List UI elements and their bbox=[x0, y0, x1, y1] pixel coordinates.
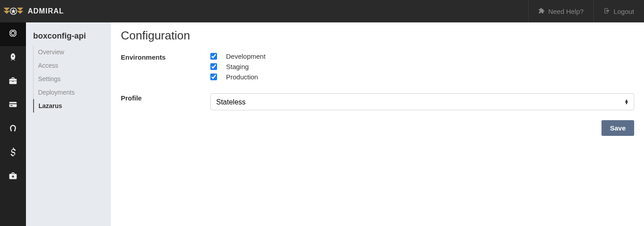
env-staging-label[interactable]: Staging bbox=[226, 63, 249, 70]
sidebar-list: Overview Access Settings Deployments Laz… bbox=[26, 45, 111, 113]
iconbar-briefcase[interactable] bbox=[0, 70, 26, 94]
actions-row: Save bbox=[121, 120, 634, 136]
horseshoe-icon bbox=[9, 124, 17, 135]
brand-title: ADMIRAL bbox=[28, 7, 64, 15]
iconbar-target[interactable] bbox=[0, 22, 26, 46]
iconbar bbox=[0, 22, 26, 226]
topbar-right: Need Help? Logout bbox=[528, 0, 644, 22]
topbar-left: ADMIRAL bbox=[0, 7, 64, 16]
svg-marker-2 bbox=[17, 8, 23, 11]
sidebar-item-deployments[interactable]: Deployments bbox=[33, 86, 111, 99]
environments-label: Environments bbox=[121, 52, 210, 61]
medkit-icon bbox=[9, 171, 17, 183]
rocket-icon bbox=[9, 52, 17, 64]
target-icon bbox=[9, 29, 17, 40]
env-staging-checkbox[interactable] bbox=[210, 63, 217, 70]
admiral-logo-icon bbox=[4, 7, 23, 16]
main-content: Configuration Environments Development S… bbox=[111, 22, 644, 226]
svg-marker-0 bbox=[4, 8, 10, 11]
svg-marker-1 bbox=[4, 11, 10, 14]
sidebar-item-settings[interactable]: Settings bbox=[33, 72, 111, 86]
logout-icon bbox=[604, 8, 610, 15]
iconbar-medkit[interactable] bbox=[0, 165, 26, 189]
profile-label: Profile bbox=[121, 93, 210, 102]
need-help-label: Need Help? bbox=[548, 8, 584, 15]
page-title: Configuration bbox=[121, 29, 634, 43]
iconbar-card[interactable] bbox=[0, 94, 26, 117]
sidebar-item-overview[interactable]: Overview bbox=[33, 45, 111, 59]
logout-label: Logout bbox=[614, 8, 634, 15]
sidebar-title: boxconfig-api bbox=[26, 30, 111, 45]
dollar-icon bbox=[9, 148, 17, 159]
env-production-checkbox[interactable] bbox=[210, 74, 217, 80]
iconbar-dollar[interactable] bbox=[0, 141, 26, 165]
env-development-label[interactable]: Development bbox=[226, 52, 265, 60]
env-development-row: Development bbox=[210, 52, 634, 60]
card-icon bbox=[9, 100, 17, 111]
env-production-label[interactable]: Production bbox=[226, 73, 258, 81]
profile-select-wrap: Stateless ▲▼ bbox=[210, 93, 634, 110]
iconbar-horseshoe[interactable] bbox=[0, 117, 26, 141]
env-staging-row: Staging bbox=[210, 63, 634, 70]
briefcase-icon bbox=[9, 76, 17, 87]
sidebar-item-access[interactable]: Access bbox=[33, 59, 111, 72]
profile-control: Stateless ▲▼ bbox=[210, 93, 634, 110]
environments-control: Development Staging Production bbox=[210, 52, 634, 83]
puzzle-icon bbox=[538, 8, 545, 15]
need-help-link[interactable]: Need Help? bbox=[528, 0, 593, 22]
environments-row: Environments Development Staging Product… bbox=[121, 52, 634, 83]
iconbar-rocket[interactable] bbox=[0, 46, 26, 70]
logout-link[interactable]: Logout bbox=[593, 0, 644, 22]
sidebar-item-lazarus[interactable]: Lazarus bbox=[33, 99, 111, 113]
profile-row: Profile Stateless ▲▼ bbox=[121, 93, 634, 110]
svg-marker-3 bbox=[17, 11, 23, 14]
profile-select[interactable]: Stateless bbox=[210, 93, 634, 110]
sidebar: boxconfig-api Overview Access Settings D… bbox=[26, 22, 111, 226]
env-development-checkbox[interactable] bbox=[210, 53, 217, 60]
topbar: ADMIRAL Need Help? Logout bbox=[0, 0, 644, 22]
env-production-row: Production bbox=[210, 73, 634, 81]
save-button[interactable]: Save bbox=[601, 120, 634, 136]
